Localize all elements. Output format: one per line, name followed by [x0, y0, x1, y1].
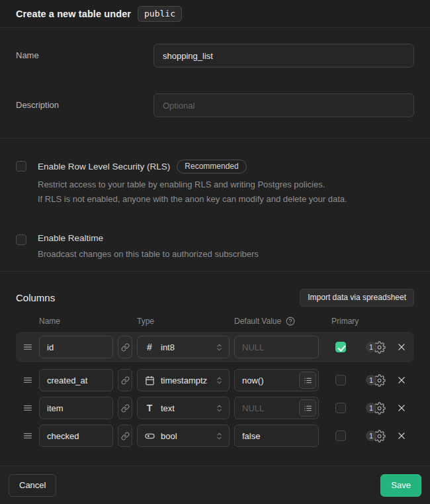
chevron-updown-icon: [215, 343, 224, 352]
schema-badge: public: [138, 6, 182, 22]
columns-title: Columns: [16, 292, 55, 303]
description-label: Description: [16, 93, 153, 110]
primary-checkbox[interactable]: [335, 403, 346, 413]
text-icon: T: [144, 403, 155, 413]
foreign-key-link-icon[interactable]: [118, 425, 132, 447]
column-name-input[interactable]: [39, 336, 113, 358]
rls-label: Enable Row Level Security (RLS): [38, 162, 170, 172]
column-type-label: text: [161, 403, 209, 413]
column-row: bool 1: [16, 425, 414, 447]
help-circle-icon[interactable]: [286, 317, 295, 326]
default-suggestions-icon[interactable]: [299, 372, 316, 389]
foreign-key-link-icon[interactable]: [118, 369, 132, 391]
column-row: # int8 1: [16, 332, 414, 362]
dialog-footer: Cancel Save: [0, 466, 430, 504]
foreign-key-link-icon[interactable]: [118, 397, 132, 419]
columns-table-header: Name Type Default Value Primary: [16, 317, 414, 326]
drag-handle-icon[interactable]: [22, 403, 34, 413]
drag-handle-icon[interactable]: [22, 342, 34, 352]
header-primary: Primary: [323, 317, 358, 326]
header-type: Type: [137, 317, 230, 326]
settings-count-badge: 1: [366, 403, 376, 413]
column-type-select[interactable]: bool: [137, 425, 230, 447]
primary-checkbox[interactable]: [335, 342, 346, 352]
default-value-input[interactable]: [234, 425, 319, 447]
hash-icon: #: [144, 342, 155, 352]
column-name-input[interactable]: [39, 397, 113, 419]
column-settings-button[interactable]: 1: [363, 374, 389, 387]
basic-info-section: Name Description: [0, 28, 430, 138]
column-type-select[interactable]: # int8: [137, 336, 230, 358]
calendar-icon: [144, 376, 155, 385]
column-row: timestamptz 1: [16, 369, 414, 391]
name-label: Name: [16, 44, 153, 60]
chevron-updown-icon: [215, 432, 224, 440]
column-name-input[interactable]: [39, 425, 113, 447]
column-type-select[interactable]: timestamptz: [137, 369, 230, 391]
dialog-header: Create a new table under public: [0, 0, 430, 28]
settings-count-badge: 1: [366, 342, 376, 352]
toggles-section: Enable Row Level Security (RLS) Recommen…: [0, 138, 430, 272]
chevron-updown-icon: [215, 404, 224, 413]
default-value-input[interactable]: [234, 336, 319, 358]
import-spreadsheet-button[interactable]: Import data via spreadsheet: [300, 289, 414, 307]
toggle-icon: [144, 431, 155, 441]
table-description-input[interactable]: [153, 93, 414, 117]
realtime-checkbox[interactable]: [16, 234, 26, 245]
name-form-row: Name: [16, 44, 414, 68]
settings-count-badge: 1: [366, 430, 376, 441]
remove-column-icon[interactable]: [394, 342, 409, 352]
primary-checkbox[interactable]: [335, 375, 346, 385]
cancel-button[interactable]: Cancel: [9, 474, 56, 497]
save-button[interactable]: Save: [380, 474, 421, 497]
columns-rows: # int8 1: [16, 332, 414, 447]
header-default-value: Default Value: [234, 317, 281, 326]
rls-toggle-block: Enable Row Level Security (RLS) Recommen…: [16, 160, 414, 207]
column-settings-button[interactable]: 1: [363, 402, 389, 415]
foreign-key-link-icon[interactable]: [118, 336, 132, 358]
remove-column-icon[interactable]: [394, 376, 409, 385]
drag-handle-icon[interactable]: [22, 375, 34, 385]
primary-checkbox[interactable]: [335, 430, 346, 441]
column-type-label: timestamptz: [161, 376, 209, 385]
default-suggestions-icon[interactable]: [299, 399, 316, 417]
column-row: T text 1: [16, 397, 414, 419]
settings-count-badge: 1: [366, 375, 376, 385]
column-settings-button[interactable]: 1: [363, 341, 389, 354]
description-form-row: Description: [16, 93, 414, 117]
recommended-badge: Recommended: [177, 160, 246, 174]
column-type-label: bool: [161, 431, 209, 441]
remove-column-icon[interactable]: [394, 431, 409, 440]
column-name-input[interactable]: [39, 369, 113, 391]
column-settings-button[interactable]: 1: [363, 430, 389, 442]
realtime-label: Enable Realtime: [38, 233, 103, 243]
realtime-description: Broadcast changes on this table to autho…: [38, 247, 259, 262]
columns-section: Columns Import data via spreadsheet Name…: [0, 272, 430, 466]
realtime-toggle-block: Enable Realtime Broadcast changes on thi…: [16, 233, 414, 262]
dialog-title: Create a new table under: [16, 9, 131, 19]
rls-description: Restrict access to your table by enablin…: [38, 177, 347, 207]
column-type-label: int8: [161, 342, 209, 352]
drag-handle-icon[interactable]: [22, 430, 34, 441]
remove-column-icon[interactable]: [394, 403, 409, 413]
chevron-updown-icon: [215, 376, 224, 385]
header-name: Name: [39, 317, 113, 326]
column-type-select[interactable]: T text: [137, 397, 230, 419]
table-name-input[interactable]: [153, 44, 414, 68]
rls-checkbox[interactable]: [16, 161, 26, 172]
